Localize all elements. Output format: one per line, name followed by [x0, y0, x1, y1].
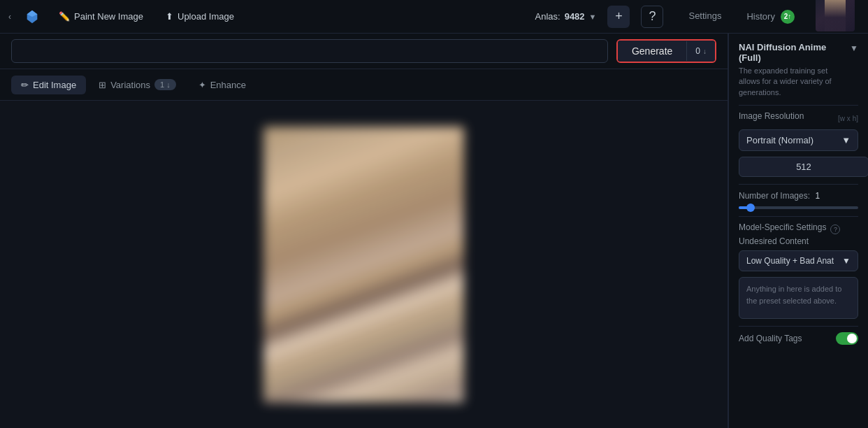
canvas-area: Generate 0 ↓ ✏ Edit Image ⊞ Variations 1	[0, 34, 728, 428]
model-name: NAI Diffusion Anime (Full)	[739, 42, 850, 63]
top-nav: ‹ ✏️ Paint New Image ⬆ Upload Image Anla…	[0, 0, 868, 34]
undesired-textarea[interactable]: Anything in here is added to the preset …	[739, 277, 858, 319]
model-specific-section: Model-Specific Settings ? Undesired Cont…	[739, 216, 858, 319]
generate-bar: Generate 0 ↓	[0, 34, 728, 69]
upload-image-button[interactable]: ⬆ Upload Image	[160, 8, 240, 24]
canvas-image	[263, 127, 464, 403]
model-specific-help-icon[interactable]: ?	[830, 224, 840, 234]
portrait-dropdown[interactable]: Portrait (Normal) ▼	[739, 129, 858, 151]
resolution-label: Image Resolution	[739, 111, 804, 121]
help-button[interactable]: ?	[641, 6, 663, 28]
quality-tags-label: Add Quality Tags	[739, 334, 802, 343]
model-specific-label: Model-Specific Settings	[739, 222, 826, 232]
quality-tags-section: Add Quality Tags	[739, 326, 858, 345]
dimension-row: ✕	[739, 157, 858, 177]
app-logo	[22, 7, 42, 27]
num-images-slider[interactable]	[739, 206, 858, 209]
pencil-tab-icon: ✏	[21, 80, 29, 90]
sparkle-tab-icon: ✦	[198, 80, 206, 90]
upload-icon: ⬆	[166, 11, 173, 22]
undesired-preset-dropdown[interactable]: Low Quality + Bad Anat ▼	[739, 250, 858, 271]
history-section: History 2↑	[746, 10, 800, 24]
anlas-arrow-icon: ▼	[589, 13, 597, 21]
quality-tags-toggle[interactable]	[836, 332, 858, 345]
tab-enhance[interactable]: ✦ Enhance	[189, 76, 256, 94]
generate-button-wrapper: Generate 0 ↓	[616, 39, 716, 63]
width-input[interactable]	[739, 157, 868, 177]
generate-button[interactable]: Generate 0 ↓	[618, 41, 715, 62]
prompt-input[interactable]	[11, 39, 608, 63]
grid-tab-icon: ⊞	[99, 80, 106, 90]
model-expand-icon[interactable]: ▼	[850, 43, 858, 53]
image-canvas	[0, 101, 728, 428]
history-avatar[interactable]	[816, 0, 855, 31]
add-button[interactable]: +	[607, 6, 630, 28]
paint-new-image-button[interactable]: ✏️ Paint New Image	[53, 8, 149, 24]
history-badge: 2↑	[781, 10, 795, 24]
undesired-label: Undesired Content	[739, 236, 858, 246]
tabs-row: ✏ Edit Image ⊞ Variations 1 ↓ ✦ Enhance	[0, 69, 728, 101]
anlas-display: Anlas: 9482 ▼	[535, 11, 597, 22]
num-images-label: Number of Images:	[739, 191, 810, 201]
pencil-icon: ✏️	[59, 11, 70, 22]
generate-cost: 0 ↓	[686, 41, 715, 61]
settings-tab[interactable]: Settings	[674, 0, 735, 34]
main-layout: Generate 0 ↓ ✏ Edit Image ⊞ Variations 1	[0, 34, 868, 428]
tab-variations[interactable]: ⊞ Variations 1 ↓	[89, 75, 185, 94]
dropdown-chevron-icon: ▼	[841, 135, 851, 145]
cost-arrow-icon: ↓	[703, 48, 707, 55]
tab-edit-image[interactable]: ✏ Edit Image	[11, 76, 86, 94]
num-images-section: Number of Images: 1	[739, 184, 858, 209]
settings-panel: NAI Diffusion Anime (Full) The expanded …	[728, 34, 868, 428]
model-section: NAI Diffusion Anime (Full) The expanded …	[739, 42, 858, 98]
undesired-dropdown-chevron: ▼	[842, 256, 851, 266]
resolution-note: [w x h]	[838, 115, 858, 122]
num-images-value: 1	[815, 191, 820, 201]
resolution-section: Image Resolution [w x h] Portrait (Norma…	[739, 105, 858, 177]
model-description: The expanded training set allows for a w…	[739, 66, 850, 98]
generate-label: Generate	[618, 41, 686, 62]
back-chevron[interactable]: ‹	[8, 12, 11, 22]
variations-badge: 1 ↓	[154, 79, 176, 90]
